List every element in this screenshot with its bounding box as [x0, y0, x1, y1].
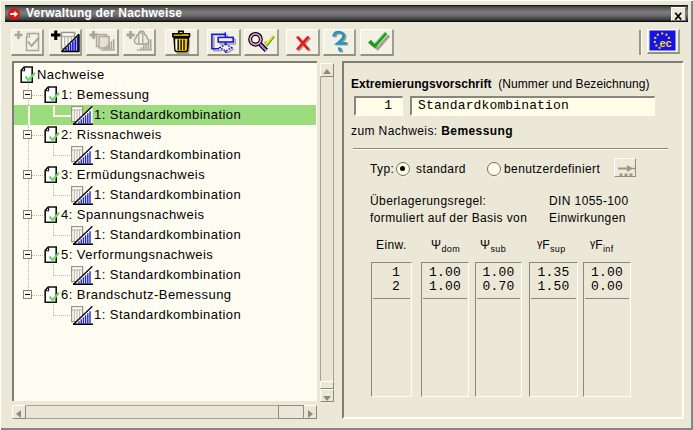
- svg-text:ec: ec: [660, 37, 672, 49]
